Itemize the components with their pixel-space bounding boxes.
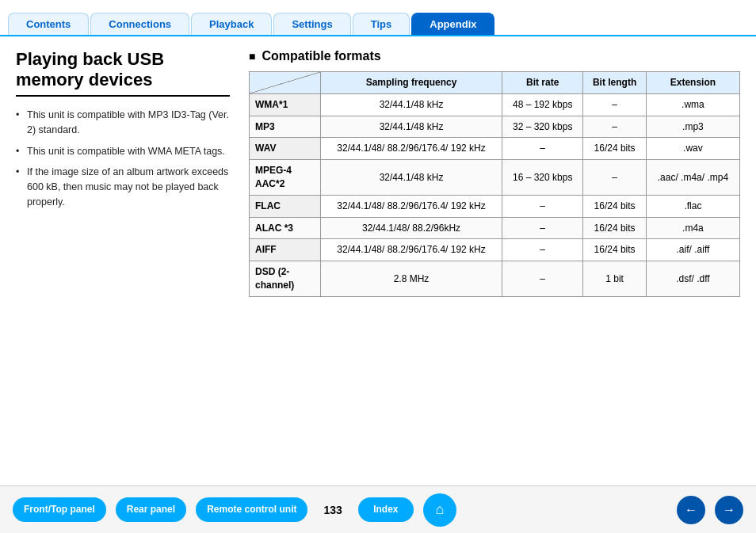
- tab-settings[interactable]: Settings: [273, 13, 350, 35]
- table-row: WAV32/44.1/48/ 88.2/96/176.4/ 192 kHz–16…: [250, 138, 740, 160]
- bitlength-cell: 16/24 bits: [583, 239, 647, 261]
- rear-panel-button[interactable]: Rear panel: [116, 497, 186, 523]
- extension-cell: .mp3: [646, 116, 739, 138]
- extension-cell: .dsf/ .dff: [646, 261, 739, 297]
- table-header-corner: [250, 72, 321, 94]
- bitlength-cell: –: [583, 116, 647, 138]
- bullet-list: This unit is compatible with MP3 ID3-Tag…: [16, 108, 230, 210]
- table-row: ALAC *332/44.1/48/ 88.2/96kHz–16/24 bits…: [250, 217, 740, 239]
- format-cell: MPEG-4 AAC*2: [250, 160, 321, 196]
- bitrate-cell: 16 – 320 kbps: [502, 160, 583, 196]
- sampling-cell: 32/44.1/48/ 88.2/96kHz: [321, 217, 502, 239]
- extension-cell: .aac/ .m4a/ .mp4: [646, 160, 739, 196]
- table-row: AIFF32/44.1/48/ 88.2/96/176.4/ 192 kHz–1…: [250, 239, 740, 261]
- format-cell: ALAC *3: [250, 217, 321, 239]
- format-cell: FLAC: [250, 195, 321, 217]
- prev-icon: ←: [685, 503, 697, 517]
- top-navigation: Contents Connections Playback Settings T…: [0, 0, 756, 36]
- next-button[interactable]: →: [715, 496, 743, 524]
- bitlength-cell: 16/24 bits: [583, 217, 647, 239]
- sampling-cell: 32/44.1/48/ 88.2/96/176.4/ 192 kHz: [321, 195, 502, 217]
- bitrate-cell: –: [502, 138, 583, 160]
- tab-contents[interactable]: Contents: [8, 13, 89, 35]
- table-row: MP332/44.1/48 kHz32 – 320 kbps–.mp3: [250, 116, 740, 138]
- bitrate-cell: –: [502, 217, 583, 239]
- sampling-cell: 2.8 MHz: [321, 261, 502, 297]
- section-title: Compatible formats: [249, 49, 740, 63]
- extension-cell: .wav: [646, 138, 739, 160]
- sampling-cell: 32/44.1/48 kHz: [321, 160, 502, 196]
- front-top-panel-button[interactable]: Front/Top panel: [13, 497, 106, 523]
- remote-control-button[interactable]: Remote control unit: [196, 497, 307, 523]
- bitlength-cell: 16/24 bits: [583, 138, 647, 160]
- tab-tips[interactable]: Tips: [353, 13, 410, 35]
- tab-playback[interactable]: Playback: [191, 13, 272, 35]
- prev-button[interactable]: ←: [677, 496, 705, 524]
- format-cell: MP3: [250, 116, 321, 138]
- format-cell: WMA*1: [250, 93, 321, 116]
- table-header-bitrate: Bit rate: [502, 72, 583, 94]
- tab-appendix[interactable]: Appendix: [411, 13, 494, 35]
- table-header-bitlength: Bit length: [583, 72, 647, 94]
- sampling-cell: 32/44.1/48 kHz: [321, 93, 502, 116]
- table-row: FLAC32/44.1/48/ 88.2/96/176.4/ 192 kHz–1…: [250, 195, 740, 217]
- home-button[interactable]: ⌂: [423, 493, 456, 527]
- page-title: Playing back USB memory devices: [16, 49, 230, 97]
- main-content: Playing back USB memory devices This uni…: [0, 36, 756, 485]
- extension-cell: .wma: [646, 93, 739, 116]
- bitrate-cell: 48 – 192 kbps: [502, 93, 583, 116]
- table-row: MPEG-4 AAC*232/44.1/48 kHz16 – 320 kbps–…: [250, 160, 740, 196]
- bullet-item-2: This unit is compatible with WMA META ta…: [16, 144, 230, 159]
- table-row: DSD (2-channel)2.8 MHz–1 bit.dsf/ .dff: [250, 261, 740, 297]
- bitrate-cell: –: [502, 195, 583, 217]
- sampling-cell: 32/44.1/48/ 88.2/96/176.4/ 192 kHz: [321, 138, 502, 160]
- sampling-cell: 32/44.1/48 kHz: [321, 116, 502, 138]
- extension-cell: .flac: [646, 195, 739, 217]
- sampling-cell: 32/44.1/48/ 88.2/96/176.4/ 192 kHz: [321, 239, 502, 261]
- table-header-sampling: Sampling frequency: [321, 72, 502, 94]
- bitrate-cell: –: [502, 239, 583, 261]
- bitlength-cell: 1 bit: [583, 261, 647, 297]
- format-cell: DSD (2-channel): [250, 261, 321, 297]
- index-button[interactable]: Index: [358, 497, 414, 523]
- next-icon: →: [723, 503, 735, 517]
- table-row: WMA*132/44.1/48 kHz48 – 192 kbps–.wma: [250, 93, 740, 116]
- extension-cell: .m4a: [646, 217, 739, 239]
- right-column: Compatible formats Sampling frequency Bi…: [249, 49, 740, 478]
- bullet-item-3: If the image size of an album artwork ex…: [16, 165, 230, 209]
- bullet-item-1: This unit is compatible with MP3 ID3-Tag…: [16, 108, 230, 138]
- bottom-bar: Front/Top panel Rear panel Remote contro…: [0, 485, 756, 533]
- page-number: 133: [323, 504, 342, 516]
- bitlength-cell: 16/24 bits: [583, 195, 647, 217]
- format-cell: WAV: [250, 138, 321, 160]
- bitlength-cell: –: [583, 160, 647, 196]
- compatible-formats-table: Sampling frequency Bit rate Bit length E…: [249, 71, 740, 297]
- bitlength-cell: –: [583, 93, 647, 116]
- extension-cell: .aif/ .aiff: [646, 239, 739, 261]
- format-cell: AIFF: [250, 239, 321, 261]
- table-header-extension: Extension: [646, 72, 739, 94]
- bitrate-cell: 32 – 320 kbps: [502, 116, 583, 138]
- bitrate-cell: –: [502, 261, 583, 297]
- tab-connections[interactable]: Connections: [90, 13, 189, 35]
- home-icon: ⌂: [435, 501, 444, 518]
- left-column: Playing back USB memory devices This uni…: [16, 49, 230, 478]
